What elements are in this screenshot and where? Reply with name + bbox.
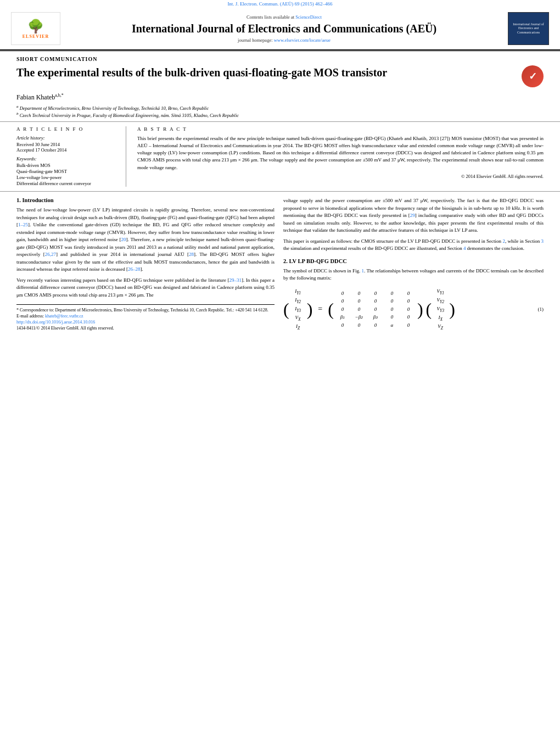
abstract-panel: A B S T R A C T This brief presents the … xyxy=(137,126,544,187)
footnote-correspondence: * Correspondence to: Department of Micro… xyxy=(16,308,275,313)
keywords-label: Keywords: xyxy=(16,156,119,161)
contents-label: Contents lists available at xyxy=(247,14,294,20)
footnote-issn: 1434-8411/© 2014 Elsevier GmbH. All righ… xyxy=(16,326,275,331)
keyword-4: Differential difference current conveyor xyxy=(16,181,119,186)
elsevier-tree-icon: 🌳 xyxy=(27,19,44,34)
citation-line: Int. J. Electron. Commun. (AEÜ) 69 (2015… xyxy=(0,0,560,8)
right-paper-organization: This paper is organized as follows: the … xyxy=(283,238,544,253)
journal-header: 🌳 ELSEVIER Contents lists available at S… xyxy=(0,8,560,51)
section2-paragraph: The symbol of DDCC is shown in Fig. 1. T… xyxy=(283,267,544,282)
intro-heading: 1. Introduction xyxy=(16,197,275,203)
author-name: Fabian Khateb xyxy=(16,93,55,101)
keywords-list: Bulk-driven MOS Quasi-floating-gate MOST… xyxy=(16,163,119,186)
journal-homepage: journal homepage: www.elsevier.com/locat… xyxy=(60,37,508,43)
matrix-open-paren: ( xyxy=(328,300,334,318)
main-matrix: 00000 00000 00000 β₁−β₂β₃00 000α0 xyxy=(337,290,415,330)
matrix-row-2: 00000 xyxy=(337,298,415,305)
journal-title: International Journal of Electronics and… xyxy=(60,21,508,36)
footnote-email-link[interactable]: khateb@feec.vutbr.cz xyxy=(45,314,83,319)
accepted-date: Accepted 17 October 2014 xyxy=(16,147,119,153)
affiliation-b: b Czech Technical University in Prague, … xyxy=(16,111,544,118)
rhs-vector: VY1 VY2 VY3 IX VZ xyxy=(434,288,446,331)
authors-block: Fabian Khateba,b,* a Department of Micro… xyxy=(0,91,560,121)
received-date: Received 30 June 2014 xyxy=(16,142,119,147)
section-type-text: SHORT COMMUNICATION xyxy=(16,56,97,62)
section-type-label: SHORT COMMUNICATION xyxy=(0,51,560,62)
intro-paragraph-2: Very recently various interesting papers… xyxy=(16,277,275,299)
rhs-row-1: VY1 xyxy=(434,288,446,296)
journal-title-block: Contents lists available at ScienceDirec… xyxy=(60,14,508,43)
abstract-copyright: © 2014 Elsevier GmbH. All rights reserve… xyxy=(137,174,544,179)
footnote-email: E-mail address: khateb@feec.vutbr.cz xyxy=(16,314,275,319)
page-container: Int. J. Electron. Commun. (AEÜ) 69 (2015… xyxy=(0,0,560,742)
elsevier-text: ELSEVIER xyxy=(23,34,49,39)
equation-1-block: ( IY1 IY2 IY3 VX IZ ) = ( 00000 xyxy=(283,288,544,331)
affiliations: a Department of Microelectronics, Brno U… xyxy=(16,104,544,119)
equals-sign: = xyxy=(318,305,322,314)
intro-paragraph-1: The need of low-voltage low-power (LV LP… xyxy=(16,207,275,274)
elsevier-logo: 🌳 ELSEVIER xyxy=(11,12,60,45)
lhs-row-5: IZ xyxy=(292,323,304,331)
main-content: 1. Introduction The need of low-voltage … xyxy=(0,191,560,342)
lhs-row-2: IY2 xyxy=(292,297,304,305)
abstract-title: A B S T R A C T xyxy=(137,126,544,132)
lhs-row-3: IY3 xyxy=(292,305,304,314)
article-info-panel: A R T I C L E I N F O Article history: R… xyxy=(16,126,126,187)
matrix-row-4: β₁−β₂β₃00 xyxy=(337,314,415,321)
abstract-text: This brief presents the experimental res… xyxy=(137,135,544,171)
rhs-row-5: VZ xyxy=(434,323,446,331)
rhs-open-paren: ( xyxy=(426,300,432,318)
article-info-title: A R T I C L E I N F O xyxy=(16,126,119,132)
article-title: The experimental results of the bulk-dri… xyxy=(16,65,522,80)
rhs-row-2: VY2 xyxy=(434,297,446,305)
keyword-3: Low-voltage low-power xyxy=(16,175,119,180)
homepage-label: journal homepage: xyxy=(238,37,273,43)
article-title-area: The experimental results of the bulk-dri… xyxy=(0,62,560,91)
right-intro-continuation: voltage supply and the power consumption… xyxy=(283,197,544,235)
affiliation-a: a Department of Microelectronics, Brno U… xyxy=(16,104,544,111)
equation-number: (1) xyxy=(538,306,544,312)
aeu-logo-text: International Journal of Electronics and… xyxy=(509,23,547,35)
doi-link[interactable]: http://dx.doi.org/10.1016/j.aeue.2014.10… xyxy=(16,320,95,325)
rhs-row-3: VY3 xyxy=(434,305,446,314)
right-column: voltage supply and the power consumption… xyxy=(283,197,544,337)
keyword-1: Bulk-driven MOS xyxy=(16,163,119,168)
lhs-row-4: VX xyxy=(292,314,304,322)
article-info-abstract: A R T I C L E I N F O Article history: R… xyxy=(0,121,560,187)
rhs-close-paren: ) xyxy=(449,300,455,318)
matrix-equation: ( IY1 IY2 IY3 VX IZ ) = ( 00000 xyxy=(283,288,455,331)
citation-text: Int. J. Electron. Commun. (AEÜ) 69 (2015… xyxy=(227,1,332,7)
matrix-row-3: 00000 xyxy=(337,306,415,314)
crossmark-badge: ✓ xyxy=(522,65,544,87)
matrix-row-5: 000α0 xyxy=(337,322,415,330)
lhs-row-1: IY1 xyxy=(292,288,304,296)
author-sup: a,b,* xyxy=(55,93,64,98)
lhs-open-paren: ( xyxy=(283,300,289,318)
lhs-close-paren: ) xyxy=(307,300,313,318)
rhs-row-4: IX xyxy=(434,314,446,322)
history-label: Article history: xyxy=(16,135,119,141)
lhs-vector: IY1 IY2 IY3 VX IZ xyxy=(292,288,304,331)
keyword-2: Quasi-floating-gate MOST xyxy=(16,169,119,174)
left-column: 1. Introduction The need of low-voltage … xyxy=(16,197,275,337)
footnote-doi: http://dx.doi.org/10.1016/j.aeue.2014.10… xyxy=(16,320,275,325)
contents-line: Contents lists available at ScienceDirec… xyxy=(60,14,508,20)
aeu-journal-logo: International Journal of Electronics and… xyxy=(508,12,549,45)
article-dates: Received 30 June 2014 Accepted 17 Octobe… xyxy=(16,142,119,153)
homepage-url[interactable]: www.elsevier.com/locate/aeue xyxy=(274,37,331,43)
matrix-row-1: 00000 xyxy=(337,290,415,298)
matrix-close-paren: ) xyxy=(417,300,423,318)
sciencedirect-link[interactable]: ScienceDirect xyxy=(295,14,322,20)
footnotes-block: * Correspondence to: Department of Micro… xyxy=(16,304,275,331)
section2-heading: 2. LV LP BD-QFG DDCC xyxy=(283,258,544,264)
